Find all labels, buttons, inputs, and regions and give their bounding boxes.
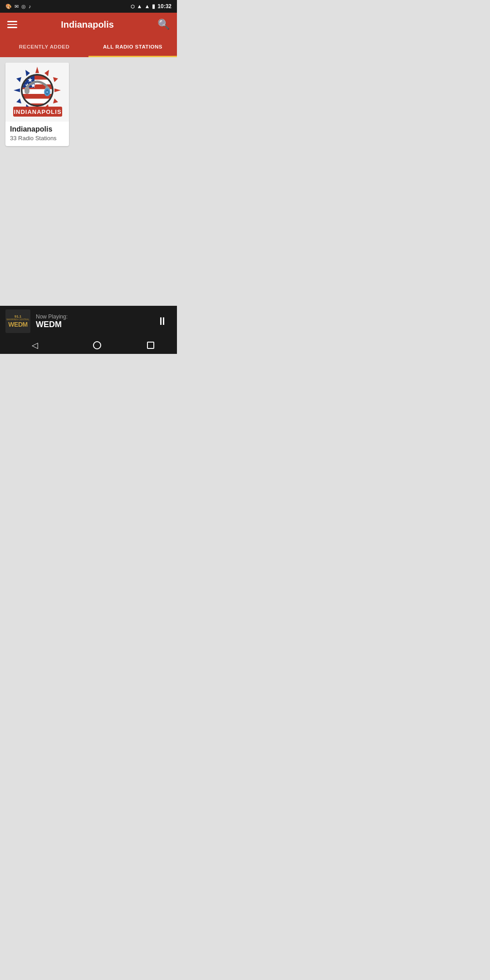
app-icon-3: ◎ xyxy=(21,4,26,10)
svg-marker-4 xyxy=(53,98,58,103)
menu-button[interactable] xyxy=(7,21,17,28)
signal-icon: ▲ xyxy=(144,3,150,10)
svg-marker-0 xyxy=(35,67,39,73)
status-icons-right: ⬡ ▲ ▲ ▮ 10:32 xyxy=(131,3,172,10)
nav-bar: ◁ xyxy=(0,337,177,354)
station-count: 33 Radio Stations xyxy=(10,135,64,142)
app-bar-title: Indianapolis xyxy=(61,20,114,30)
station-logo: 91.1 WARRREN CENTRAL WEDM xyxy=(5,309,30,333)
status-bar: 🎨 ✉ ◎ ♪ ⬡ ▲ ▲ ▮ 10:32 xyxy=(0,0,177,13)
app-bar: Indianapolis 🔍 xyxy=(0,13,177,36)
tab-all-radio-stations[interactable]: ALL RADIO STATIONS xyxy=(88,36,177,57)
app-icon-4: ♪ xyxy=(29,4,31,9)
svg-marker-9 xyxy=(14,88,20,92)
station-card-image: ★★ ★★★ INDIANAPOLIS xyxy=(5,63,69,122)
svg-rect-23 xyxy=(24,87,29,94)
svg-marker-2 xyxy=(53,77,58,82)
svg-marker-7 xyxy=(25,70,30,76)
svg-marker-1 xyxy=(44,70,49,76)
tab-bar: RECENTLY ADDED ALL RADIO STATIONS xyxy=(0,36,177,57)
now-playing-bar: 91.1 WARRREN CENTRAL WEDM Now Playing: W… xyxy=(0,306,177,337)
battery-icon: ▮ xyxy=(152,3,155,10)
app-icon-1: 🎨 xyxy=(5,4,12,10)
back-button[interactable]: ◁ xyxy=(23,338,47,353)
status-icons-left: 🎨 ✉ ◎ ♪ xyxy=(5,4,31,10)
time-display: 10:32 xyxy=(157,3,172,10)
content-area: ★★ ★★★ INDIANAPOLIS xyxy=(0,57,177,323)
search-button[interactable]: 🔍 xyxy=(157,19,170,30)
station-name: Indianapolis xyxy=(10,125,64,133)
indianapolis-logo-svg: ★★ ★★★ INDIANAPOLIS xyxy=(8,64,67,121)
station-card-indianapolis[interactable]: ★★ ★★★ INDIANAPOLIS xyxy=(5,63,69,146)
station-name-logo: WEDM xyxy=(6,321,29,328)
now-playing-station: WEDM xyxy=(36,320,148,329)
home-button[interactable] xyxy=(93,341,101,349)
now-playing-info: Now Playing: WEDM xyxy=(36,314,148,329)
cast-icon: ⬡ xyxy=(131,4,135,9)
pause-button[interactable]: ⏸ xyxy=(153,311,172,331)
svg-marker-10 xyxy=(16,98,21,103)
station-card-info: Indianapolis 33 Radio Stations xyxy=(5,122,69,146)
svg-marker-8 xyxy=(16,77,21,82)
now-playing-label: Now Playing: xyxy=(36,314,148,320)
app-icon-2: ✉ xyxy=(15,4,19,10)
tab-recently-added[interactable]: RECENTLY ADDED xyxy=(0,36,88,57)
wifi-icon: ▲ xyxy=(137,3,142,10)
svg-text:INDIANAPOLIS: INDIANAPOLIS xyxy=(14,108,61,115)
recents-button[interactable] xyxy=(147,342,154,349)
svg-marker-3 xyxy=(54,88,61,92)
svg-point-27 xyxy=(46,91,48,93)
